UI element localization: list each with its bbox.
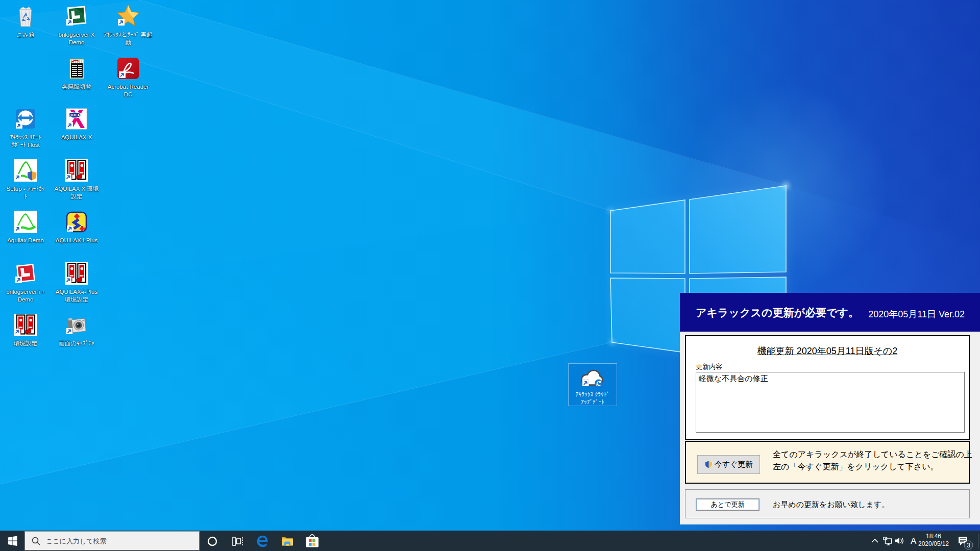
- svg-text:3: 3: [967, 542, 970, 549]
- svg-text:AQUILAX: AQUILAX: [67, 113, 82, 117]
- svg-text:A: A: [911, 536, 917, 546]
